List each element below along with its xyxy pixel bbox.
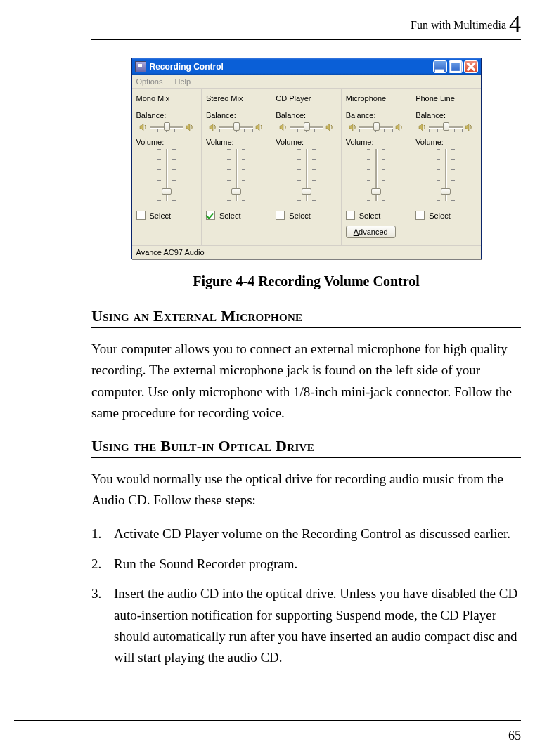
ordered-list: 1.Activate CD Player volume on the Recor… [91,523,521,668]
balance-slider[interactable] [429,121,463,133]
volume-slider[interactable] [359,148,393,202]
select-checkbox[interactable] [276,211,285,220]
section-body: You would normally use the optical drive… [91,469,521,511]
speaker-left-icon [279,123,288,131]
running-header: Fun with Multimedia 4 [91,11,521,40]
select-label: Select [429,211,451,220]
speaker-left-icon [349,123,357,131]
select-checkbox[interactable] [415,211,425,220]
svg-rect-1 [450,62,460,72]
balance-label: Balance: [136,111,197,119]
advanced-button[interactable]: Advanced [346,226,396,238]
svg-rect-0 [434,70,444,72]
chapter-number: 4 [509,11,521,37]
channel-mono-mix: Mono Mix Balance: Volume: Select [132,89,202,245]
balance-label: Balance: [415,111,476,119]
select-checkbox[interactable] [136,211,146,220]
window-title: Recording Control [150,62,433,72]
recording-control-window: Recording Control Options Help [131,58,482,259]
speaker-right-icon [395,123,404,131]
channel-cd-player: CD Player Balance: Volume: Select [271,89,341,245]
maximize-button[interactable] [449,60,463,73]
channel-phone-line: Phone Line Balance: Volume: Select [411,89,480,245]
minimize-button[interactable] [433,60,447,73]
select-label: Select [150,211,172,220]
channel-title: Microphone [346,94,406,103]
balance-slider[interactable] [290,121,323,133]
list-item: 2.Run the Sound Recorder program. [91,554,521,575]
header-title: Fun with Multimedia [411,19,506,31]
speaker-right-icon [465,123,473,131]
balance-label: Balance: [276,111,336,119]
select-label: Select [359,211,381,220]
speaker-left-icon [418,123,427,131]
list-item: 3.Insert the audio CD into the optical d… [91,583,521,669]
section-body: Your computer allows you to connect an e… [91,339,521,424]
app-icon [135,61,146,72]
status-bar: Avance AC97 Audio [132,245,481,259]
figure-caption: Figure 4-4 Recording Volume Control [91,273,521,289]
channel-title: Stereo Mix [206,94,266,103]
volume-slider[interactable] [150,148,183,202]
channel-title: CD Player [276,94,336,103]
balance-label: Balance: [346,111,406,119]
volume-slider[interactable] [290,148,323,202]
menu-help[interactable]: Help [174,77,191,86]
figure-wrap: Recording Control Options Help [91,58,521,259]
window-titlebar[interactable]: Recording Control [132,58,481,75]
speaker-right-icon [255,123,264,131]
channel-title: Phone Line [415,94,476,103]
select-checkbox[interactable] [346,211,355,220]
channel-microphone: Microphone Balance: Volume: Select Advan… [342,89,411,245]
balance-slider[interactable] [359,121,393,133]
volume-label: Volume: [276,138,336,146]
balance-label: Balance: [206,111,266,119]
speaker-right-icon [186,123,194,131]
select-checkbox[interactable] [206,211,215,220]
speaker-left-icon [139,123,148,131]
channel-stereo-mix: Stereo Mix Balance: Volume: Select [202,89,271,245]
footer-rule [14,720,521,721]
volume-label: Volume: [346,138,406,146]
menu-bar: Options Help [132,75,481,89]
channels-container: Mono Mix Balance: Volume: Select Stereo … [132,89,481,245]
volume-label: Volume: [415,138,476,146]
volume-slider[interactable] [429,148,463,202]
section-heading: Using an External Microphone [91,307,521,328]
select-label: Select [289,211,311,220]
balance-slider[interactable] [219,121,253,133]
select-label: Select [219,211,241,220]
volume-slider[interactable] [219,148,253,202]
close-button[interactable] [464,60,478,73]
volume-label: Volume: [136,138,197,146]
balance-slider[interactable] [150,121,183,133]
section-heading: Using the Built-in Optical Drive [91,437,521,458]
speaker-left-icon [209,123,217,131]
list-item: 1.Activate CD Player volume on the Recor… [91,523,521,545]
volume-label: Volume: [206,138,266,146]
channel-title: Mono Mix [136,94,197,103]
menu-options[interactable]: Options [136,77,163,86]
speaker-right-icon [325,123,334,131]
page-number: 65 [508,729,521,743]
